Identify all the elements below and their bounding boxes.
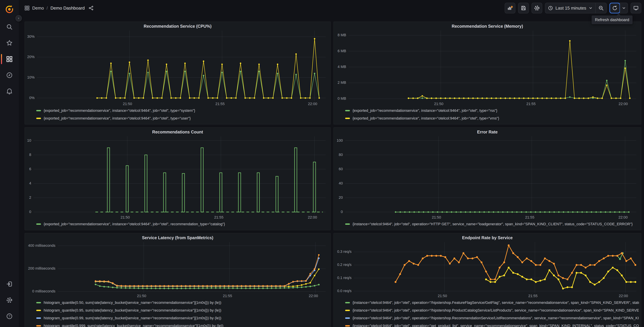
panel-endpoint-rate-by-service: Endpoint Rate by Service0.0 req/s0.1 req…: [334, 233, 641, 327]
x-axis: 21:5021:5522:00: [336, 101, 639, 107]
y-tick-label: 0: [29, 210, 31, 214]
panel-header[interactable]: Service Latency (from SpanMetrics): [27, 233, 328, 242]
share-icon[interactable]: [89, 6, 94, 10]
active-indicator: [1, 54, 2, 64]
legend-item[interactable]: {instance="otelcol:9464", job="otel", op…: [345, 220, 639, 228]
x-tick-label: 22:00: [302, 215, 322, 220]
legend-item[interactable]: {instance="otelcol:9464", job="otel", op…: [345, 299, 639, 306]
y-tick-label: 0.1 req/s: [337, 276, 352, 280]
chart-plot[interactable]: [37, 30, 326, 101]
refresh-dashboard-button[interactable]: [610, 3, 620, 13]
grafana-logo[interactable]: [0, 0, 19, 19]
legend-item[interactable]: histogram_quantile(0.50, sum(rate(latenc…: [36, 299, 328, 306]
y-tick-label: 8: [29, 152, 31, 157]
sidebar-bottom: ?: [0, 276, 19, 327]
chart-plot[interactable]: [345, 136, 636, 214]
panel-header[interactable]: Recommendation Service (CPU%): [27, 22, 328, 30]
dashboard-settings-button[interactable]: [532, 3, 542, 14]
x-tick-label: 21:55: [521, 102, 541, 106]
legend-swatch-icon: [345, 302, 350, 303]
chevron-down-icon: [622, 6, 626, 10]
panel-header[interactable]: Endpoint Rate by Service: [336, 233, 639, 242]
x-axis: 21:5021:5522:00: [27, 293, 328, 299]
legend-swatch-icon: [36, 110, 41, 111]
gear-icon: [6, 297, 12, 303]
legend: {exported_job="recommendationservice", i…: [27, 107, 328, 122]
legend-item[interactable]: histogram_quantile(0.95, sum(rate(latenc…: [36, 306, 328, 314]
panel-title[interactable]: Recommendations Count: [152, 130, 203, 134]
legend-label: {exported_job="recommendationservice", i…: [352, 116, 499, 120]
legend-label: {exported_job="recommendationservice", i…: [44, 116, 191, 120]
legend-swatch-icon: [345, 318, 350, 319]
y-tick-label: 0.3 req/s: [337, 250, 352, 254]
search-icon: [6, 24, 12, 30]
chart-plot[interactable]: [348, 30, 636, 101]
legend-label: histogram_quantile(0.50, sum(rate(latenc…: [44, 300, 221, 305]
sidebar-item-sign-in[interactable]: [0, 276, 19, 292]
refresh-interval-dropdown[interactable]: [620, 3, 628, 13]
sidebar-expand-button[interactable]: [16, 15, 22, 22]
tooltip-refresh-dashboard: Refresh dashboard: [592, 16, 632, 24]
legend-item[interactable]: {instance="otelcol:9464", job="otel", op…: [345, 322, 639, 327]
svg-text:?: ?: [8, 314, 10, 318]
time-range-label: Last 15 minutes: [555, 6, 586, 11]
y-tick-label: 100: [336, 138, 343, 143]
legend-item[interactable]: histogram_quantile(0.999, sum(rate(laten…: [36, 322, 328, 327]
chart-plot[interactable]: [34, 136, 326, 214]
panel-title[interactable]: Recommendation Service (Memory): [452, 24, 523, 29]
chevron-right-icon: [18, 16, 20, 20]
legend-item[interactable]: {exported_job="recommendationservice", i…: [36, 107, 328, 114]
legend-item[interactable]: {exported_job="recommendationservice", i…: [345, 107, 639, 114]
x-tick-label: 21:55: [218, 294, 238, 298]
x-tick-label: 22:00: [303, 294, 324, 298]
sidebar-item-explore[interactable]: [0, 67, 19, 83]
legend-swatch-icon: [36, 118, 41, 119]
x-tick-label: 21:50: [428, 102, 449, 106]
y-axis: 0 milliseconds200 milliseconds400 millis…: [27, 242, 58, 293]
save-dashboard-button[interactable]: [518, 3, 529, 14]
sidebar-item-search[interactable]: [0, 19, 19, 35]
add-panel-button[interactable]: [505, 3, 516, 14]
refresh-icon: [612, 5, 618, 11]
legend-item[interactable]: {exported_job="recommendationservice", i…: [36, 114, 328, 122]
panel-title[interactable]: Service Latency (from SpanMetrics): [142, 235, 213, 240]
sidebar-item-help[interactable]: ?: [0, 308, 19, 324]
y-tick-label: 2 MB: [338, 80, 346, 85]
legend: {instance="otelcol:9464", job="otel", op…: [336, 299, 639, 327]
time-range-picker[interactable]: Last 15 minutes: [545, 3, 595, 13]
legend-swatch-icon: [345, 118, 350, 119]
y-tick-label: 0.0 req/s: [337, 289, 352, 293]
cycle-view-mode-button[interactable]: [630, 3, 641, 14]
chart-plot[interactable]: [58, 242, 326, 293]
legend-swatch-icon: [345, 224, 350, 225]
legend-label: {instance="otelcol:9464", job="otel", op…: [352, 316, 639, 320]
legend-item[interactable]: histogram_quantile(0.99, sum(rate(latenc…: [36, 314, 328, 322]
chart-plot[interactable]: [354, 242, 636, 293]
sidebar-item-alerting[interactable]: [0, 83, 19, 100]
breadcrumb-section[interactable]: Demo: [32, 6, 44, 11]
x-tick-label: 21:55: [520, 215, 540, 220]
y-tick-label: 400 milliseconds: [28, 244, 56, 248]
panel-title[interactable]: Endpoint Rate by Service: [462, 235, 512, 240]
sidebar-item-configuration[interactable]: [0, 292, 19, 308]
legend-swatch-icon: [36, 224, 41, 225]
zoom-out-button[interactable]: [596, 3, 606, 13]
x-axis: 21:5021:5522:00: [336, 214, 639, 220]
y-tick-label: 20%: [27, 55, 34, 59]
x-tick-label: 21:55: [209, 215, 229, 220]
panel-recommendation-service-cpu: Recommendation Service (CPU%)0%10%20%30%…: [24, 22, 331, 124]
y-tick-label: 20: [339, 196, 343, 200]
panel-title[interactable]: Recommendation Service (CPU%): [144, 24, 212, 29]
breadcrumb-page[interactable]: Demo Dashboard: [50, 6, 85, 11]
legend-item[interactable]: {exported_job="recommendationservice", i…: [36, 220, 328, 228]
legend-item[interactable]: {instance="otelcol:9464", job="otel", op…: [345, 306, 639, 314]
legend-label: {instance="otelcol:9464", job="otel", op…: [352, 222, 632, 226]
sidebar-item-dashboards[interactable]: [0, 51, 19, 67]
panel-header[interactable]: Error Rate: [336, 128, 639, 136]
legend-item[interactable]: {instance="otelcol:9464", job="otel", op…: [345, 314, 639, 322]
sidebar-item-starred[interactable]: [0, 35, 19, 51]
legend-item[interactable]: {exported_job="recommendationservice", i…: [345, 114, 639, 122]
x-tick-label: 22:00: [302, 102, 323, 106]
panel-header[interactable]: Recommendations Count: [27, 128, 328, 136]
panel-title[interactable]: Error Rate: [477, 130, 498, 134]
